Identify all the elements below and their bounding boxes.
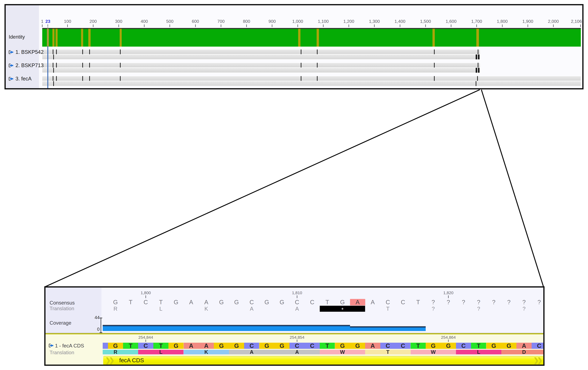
nucleotide-cell[interactable]: G xyxy=(168,343,183,349)
sequence-name-label: 2. BSKP713 xyxy=(15,63,44,68)
mismatch-tick xyxy=(120,76,121,81)
detail-ruler-label: 1,810 xyxy=(292,291,302,295)
nucleotide-cell[interactable]: G xyxy=(501,343,516,349)
nucleotide-cell[interactable]: A xyxy=(365,343,380,349)
nucleotide-cell[interactable]: T xyxy=(123,343,138,349)
reference-ruler-label: 254,844 xyxy=(138,335,153,340)
detail-ruler-label: 1,820 xyxy=(443,291,453,295)
consensus-base: C xyxy=(289,299,305,306)
mismatch-tick xyxy=(317,76,318,81)
nucleotide-cell[interactable]: G xyxy=(229,343,244,349)
cds-annotation-bar[interactable]: ❯❯fecA CDS❯❯ xyxy=(103,356,543,365)
mismatch-tick xyxy=(301,63,301,68)
nucleotide-cell[interactable]: G xyxy=(335,343,350,349)
amino-acid-block[interactable]: W xyxy=(320,350,365,354)
mismatch-tick xyxy=(89,50,90,54)
coverage-axis xyxy=(101,318,101,333)
nucleotide-cell[interactable]: C xyxy=(456,343,471,349)
sequence-sub-bar[interactable] xyxy=(42,81,581,86)
detail-panel: Consensus Translation Coverage 44 0 1 - … xyxy=(44,286,545,366)
mismatch-tick xyxy=(89,63,90,68)
consensus-translation-label: Translation xyxy=(50,306,74,311)
nucleotide-cell[interactable]: G xyxy=(108,343,123,349)
mismatch-tick xyxy=(120,50,121,54)
sequence-bar[interactable] xyxy=(42,63,480,67)
reference-ruler-label: 254,864 xyxy=(441,335,456,340)
mismatch-tick xyxy=(301,76,301,81)
reference-ruler-tick xyxy=(146,340,146,342)
nucleotide-cell[interactable]: T xyxy=(320,343,335,349)
nucleotide-cell[interactable]: G xyxy=(259,343,274,349)
sequence-sub-bar[interactable] xyxy=(42,55,480,59)
reference-translation-label: Translation xyxy=(50,350,74,355)
nucleotide-cell[interactable]: G xyxy=(274,343,289,349)
amino-acid-block[interactable]: K xyxy=(184,350,229,354)
reference-ruler-tick xyxy=(448,340,449,342)
sequence-name-row[interactable]: 3. fecA xyxy=(8,75,32,82)
consensus-base: ? xyxy=(501,299,516,306)
nucleotide-cell[interactable]: C xyxy=(138,343,153,349)
consensus-base: G xyxy=(214,299,229,306)
nucleotide-cell[interactable]: A xyxy=(184,343,199,349)
annotation-left-chevrons-icon: ❯❯ xyxy=(105,356,113,365)
sequence-name-row[interactable]: 2. BSKP713 xyxy=(8,62,44,69)
nucleotide-cell[interactable]: C xyxy=(289,343,304,349)
extract-sequence-arrow-icon[interactable] xyxy=(8,49,14,56)
nucleotide-cell[interactable]: T xyxy=(411,343,426,349)
extract-sequence-arrow-icon[interactable] xyxy=(8,75,14,83)
amino-acid-block[interactable]: R xyxy=(103,350,138,354)
nucleotide-cell[interactable]: G xyxy=(426,343,441,349)
sequence-rows xyxy=(6,5,582,88)
consensus-label: Consensus xyxy=(50,300,75,306)
consensus-base: ? xyxy=(456,299,471,306)
mismatch-tick xyxy=(434,63,435,68)
amino-acid-block[interactable]: W xyxy=(411,350,456,354)
nucleotide-cell[interactable]: C xyxy=(380,343,395,349)
amino-acid-block[interactable]: A xyxy=(229,350,274,354)
sequence-name-row[interactable]: 1. BSKP542 xyxy=(8,49,44,56)
nucleotide-cell[interactable]: T xyxy=(153,343,168,349)
sequence-bar[interactable] xyxy=(42,76,581,81)
consensus-translation-residue: T xyxy=(380,306,395,312)
nucleotide-cell[interactable]: T xyxy=(471,343,486,349)
mismatch-tick xyxy=(82,76,83,81)
nucleotide-cell[interactable]: G xyxy=(350,343,365,349)
extract-sequence-arrow-icon[interactable] xyxy=(8,62,14,69)
consensus-base: A xyxy=(199,299,214,306)
nucleotide-cell[interactable]: G xyxy=(214,343,229,349)
end-boundary-tick xyxy=(476,54,477,59)
reference-sequence-label[interactable]: 1 - fecA CDS xyxy=(55,343,84,349)
consensus-translation-residue: ? xyxy=(471,306,486,312)
consensus-base: G xyxy=(108,299,123,306)
nucleotide-cell[interactable]: G xyxy=(486,343,501,349)
nucleotide-cell[interactable]: C xyxy=(103,343,108,349)
nucleotide-cell[interactable]: C xyxy=(305,343,320,349)
nucleotide-cell[interactable]: C xyxy=(244,343,259,349)
stop-codon-symbol: * xyxy=(341,307,344,313)
nucleotide-cell[interactable]: C xyxy=(532,343,543,349)
alignment-overview-panel: Identity 1231002003004005006007008009001… xyxy=(4,4,584,89)
amino-acid-block[interactable]: A xyxy=(274,350,320,354)
amino-acid-block[interactable]: T xyxy=(365,350,410,354)
consensus-base: ? xyxy=(532,299,543,306)
mismatch-tick xyxy=(477,76,478,81)
reference-sequence-icon[interactable] xyxy=(49,344,54,348)
amino-acid-block[interactable]: L xyxy=(138,350,183,354)
detail-ruler-tick xyxy=(146,296,146,298)
nucleotide-cell[interactable]: C xyxy=(395,343,410,349)
sequence-sub-bar[interactable] xyxy=(42,68,480,73)
nucleotide-cell[interactable]: A xyxy=(516,343,532,349)
amino-acid-block[interactable]: D xyxy=(501,350,543,354)
consensus-base: A xyxy=(365,299,380,306)
consensus-translation-residue: ? xyxy=(516,306,532,312)
nucleotide-cell[interactable]: G xyxy=(441,343,456,349)
consensus-base: T xyxy=(153,299,168,306)
consensus-base: G xyxy=(168,299,184,306)
amino-acid-block[interactable]: L xyxy=(456,350,501,354)
consensus-base: C xyxy=(395,299,411,306)
annotation-right-chevrons-icon: ❯❯ xyxy=(533,356,541,365)
sequence-bar[interactable] xyxy=(42,50,480,54)
cursor-line-upper xyxy=(48,26,48,46)
nucleotide-cell[interactable]: A xyxy=(199,343,214,349)
consensus-base: C xyxy=(244,299,259,306)
